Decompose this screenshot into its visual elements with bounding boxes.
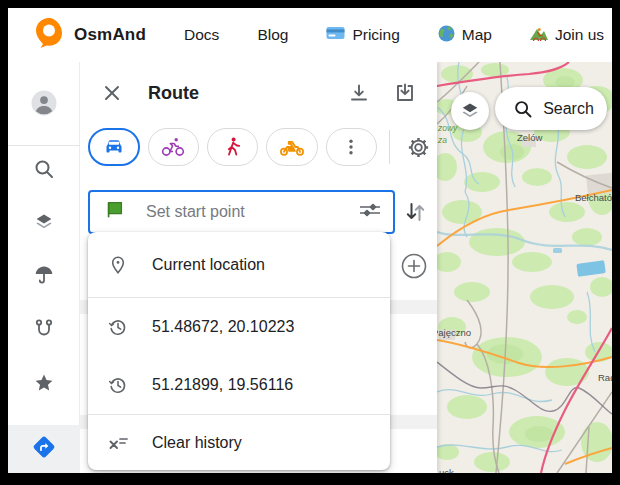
top-navbar: OsmAnd Docs Blog Pricing Map Joi — [8, 8, 612, 62]
start-point-field[interactable] — [88, 190, 395, 234]
search-icon — [512, 98, 534, 120]
history-item[interactable]: 51.48672, 20.10223 — [88, 298, 390, 356]
mode-bicycle-button[interactable] — [148, 128, 199, 166]
nav-link-pricing[interactable]: Pricing — [326, 26, 399, 44]
start-point-dropdown: Current location 51.48672, 20.10223 51.2… — [88, 232, 390, 470]
mode-car-button[interactable] — [88, 128, 140, 166]
tracks-icon — [32, 316, 56, 344]
add-point-icon[interactable] — [400, 252, 428, 280]
star-icon — [32, 371, 56, 399]
nav-link-blog[interactable]: Blog — [257, 26, 288, 44]
map-label-town: Radomsko — [598, 372, 612, 383]
history-icon — [106, 316, 130, 338]
route-settings-gear-icon[interactable] — [404, 131, 433, 163]
map-label-town: Pajęczno — [437, 327, 471, 338]
sidebar-item-tracks[interactable] — [8, 306, 80, 354]
osmand-logo-icon — [34, 17, 64, 53]
app-window: OsmAnd Docs Blog Pricing Map Joi — [0, 0, 620, 485]
location-pin-icon — [106, 254, 130, 276]
current-location-item[interactable]: Current location — [88, 232, 390, 297]
left-sidebar — [8, 62, 80, 473]
brand[interactable]: OsmAnd — [34, 17, 146, 53]
sidebar-divider — [8, 145, 80, 146]
umbrella-icon — [32, 263, 56, 291]
sidebar-item-layers[interactable] — [8, 200, 80, 248]
travel-mode-selector — [88, 126, 433, 168]
map-label-green: zowy — [437, 123, 458, 133]
history-coordinates: 51.21899, 19.56116 — [152, 376, 293, 394]
map-canvas[interactable]: zowy za Zelów Bełchatów Pajęczno Radomsk… — [437, 62, 612, 473]
directions-icon — [31, 434, 57, 464]
clear-history-icon — [106, 432, 130, 454]
nav-link-map[interactable]: Map — [438, 25, 492, 46]
credit-card-icon — [326, 26, 345, 44]
map-label-green: za — [437, 135, 447, 145]
close-icon[interactable] — [96, 77, 128, 109]
mode-more-button[interactable] — [326, 128, 377, 166]
clear-history-item[interactable]: Clear history — [88, 415, 390, 470]
history-coordinates: 51.48672, 20.10223 — [152, 318, 294, 336]
sidebar-item-search[interactable] — [8, 147, 80, 195]
mode-pedestrian-button[interactable] — [207, 128, 258, 166]
history-item[interactable]: 51.21899, 19.56116 — [88, 356, 390, 414]
search-icon — [32, 157, 56, 185]
panel-title: Route — [148, 83, 199, 104]
start-flag-icon — [104, 199, 126, 225]
map-search-label: Search — [543, 100, 594, 118]
route-panel-header: Route — [80, 62, 437, 124]
map-label-town: uck — [439, 467, 454, 473]
nav-link-docs[interactable]: Docs — [184, 26, 219, 44]
mode-motorcycle-button[interactable] — [266, 128, 317, 166]
history-icon — [106, 374, 130, 396]
sidebar-item-navigation[interactable] — [8, 425, 80, 473]
modes-divider — [389, 130, 390, 164]
account-icon — [29, 88, 59, 122]
sidebar-item-favorites[interactable] — [8, 361, 80, 409]
nav-links: Docs Blog Pricing Map Join us — [184, 25, 604, 46]
route-options-sliders-icon[interactable] — [357, 199, 383, 225]
swap-points-icon[interactable] — [401, 196, 429, 228]
import-file-icon[interactable] — [389, 77, 421, 109]
clear-history-label: Clear history — [152, 434, 242, 452]
brand-name: OsmAnd — [74, 25, 146, 45]
nav-link-join-us[interactable]: Join us — [530, 25, 604, 45]
map-layers-button[interactable] — [451, 92, 489, 130]
start-point-row — [88, 189, 429, 235]
download-icon[interactable] — [343, 77, 375, 109]
start-point-input[interactable] — [144, 202, 357, 222]
layers-icon — [32, 210, 56, 238]
map-search-button[interactable]: Search — [495, 87, 607, 130]
current-location-label: Current location — [152, 256, 265, 274]
route-panel: Route — [80, 62, 437, 473]
layers-icon — [458, 99, 482, 123]
sidebar-item-account[interactable] — [8, 81, 80, 129]
map-label-town: Bełchatów — [575, 192, 612, 203]
globe-icon — [438, 25, 455, 46]
sidebar-item-weather[interactable] — [8, 253, 80, 301]
map-label-town: Zelów — [517, 132, 542, 143]
mountain-biker-icon — [530, 25, 548, 45]
